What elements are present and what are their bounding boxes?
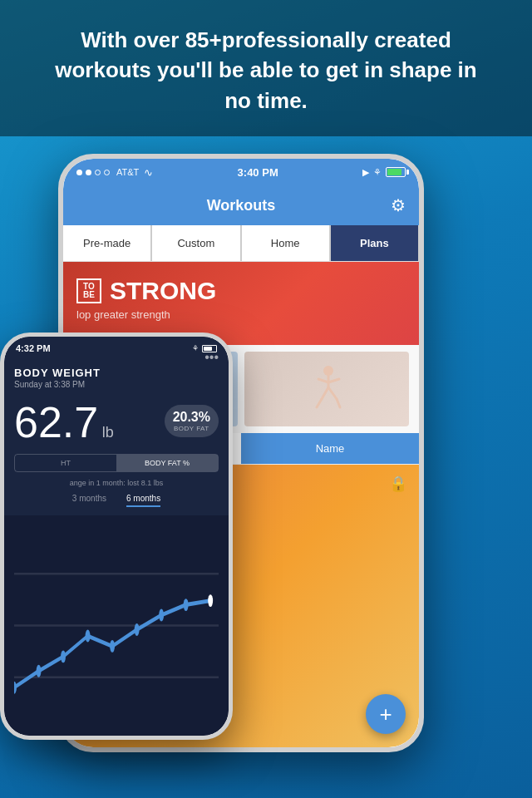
svg-point-24 (159, 609, 164, 622)
status-bar: AT&T ∿ 3:40 PM ▶ ⚘ (63, 159, 419, 185)
svg-line-11 (322, 387, 328, 399)
battery-fill (387, 169, 401, 175)
fat-label: BODY FAT (173, 425, 210, 432)
status-bar-right: ▶ ⚘ (362, 167, 406, 178)
more-options-icon[interactable]: ••• (204, 350, 219, 365)
svg-point-7 (323, 366, 333, 376)
weight-section: 62.7 lb 20.3% BODY FAT (4, 397, 229, 454)
svg-point-25 (184, 598, 189, 611)
small-phone: 4:32 PM ⚘ BODY WEIGHT ••• Sunday at 3:38… (0, 332, 233, 740)
svg-line-13 (317, 399, 322, 407)
gear-icon[interactable]: ⚙ (391, 195, 406, 215)
signal-dot-2 (86, 170, 91, 175)
add-workout-button[interactable]: + (366, 694, 406, 734)
svg-point-26 (208, 594, 213, 607)
lock-icon: 🔒 (389, 475, 407, 493)
sort-name[interactable]: Name (241, 433, 419, 464)
exercise-figure-2 (293, 360, 360, 418)
wifi-icon: ∿ (144, 166, 153, 179)
small-header-date: Sunday at 3:38 PM (14, 380, 219, 389)
signal-dot-1 (76, 170, 82, 175)
status-time: 3:40 PM (238, 166, 278, 179)
small-header-title: BODY WEIGHT (14, 367, 101, 379)
svg-line-9 (318, 379, 328, 382)
workout-image-2[interactable] (244, 352, 409, 426)
carrier-label: AT&T (116, 167, 139, 177)
svg-point-20 (61, 650, 66, 663)
small-bluetooth-icon: ⚘ (192, 344, 199, 352)
svg-point-22 (110, 640, 115, 653)
nav-title: Workouts (207, 197, 276, 214)
tab-home[interactable]: Home (241, 225, 330, 261)
chart-svg (14, 522, 219, 729)
banner-text: With over 85+professionally created work… (42, 25, 490, 116)
workout-main-title: STRONG (110, 277, 216, 305)
time-tabs: 3 months 6 months (4, 494, 229, 507)
workout-subtitle: lop greater strength (76, 308, 406, 321)
svg-point-21 (86, 629, 91, 642)
tab-plans[interactable]: Plans (330, 225, 419, 261)
body-weight-chart (4, 515, 229, 736)
fat-percentage: 20.3% (173, 410, 210, 425)
status-bar-left: AT&T ∿ (76, 166, 153, 179)
time-tab-3months[interactable]: 3 months (72, 494, 106, 507)
toggle-ht[interactable]: HT (15, 455, 116, 471)
svg-line-14 (337, 399, 340, 407)
signal-dot-4 (104, 170, 110, 175)
change-text: ange in 1 month: lost 8.1 lbs (4, 479, 229, 487)
tab-bar: Pre-made Custom Home Plans (63, 225, 419, 262)
workout-badge: TO BE (76, 278, 101, 303)
time-tab-6months[interactable]: 6 months (126, 494, 160, 507)
tab-custom[interactable]: Custom (151, 225, 240, 261)
body-fat-badge: 20.3% BODY FAT (165, 405, 219, 437)
weight-unit: lb (102, 424, 114, 441)
weight-value-container: 62.7 lb (14, 401, 114, 444)
nav-bar: Workouts ⚙ (63, 185, 419, 225)
measurement-toggle: HT BODY FAT % (14, 454, 219, 472)
tab-premade[interactable]: Pre-made (63, 225, 151, 261)
battery-indicator (386, 167, 406, 177)
small-status-bar: 4:32 PM ⚘ (4, 337, 229, 360)
svg-point-19 (37, 665, 42, 677)
weight-value: 62.7 (14, 398, 98, 446)
bluetooth-icon: ⚘ (373, 167, 382, 178)
toggle-body-fat[interactable]: BODY FAT % (116, 455, 218, 471)
svg-line-10 (328, 379, 339, 382)
location-icon: ▶ (362, 167, 369, 178)
svg-line-12 (328, 387, 337, 399)
top-banner: With over 85+professionally created work… (0, 0, 532, 136)
workout-title-row: TO BE STRONG (76, 277, 406, 305)
svg-point-23 (135, 623, 140, 636)
svg-point-18 (14, 682, 17, 694)
small-time: 4:32 PM (16, 343, 51, 353)
battery-tip (406, 170, 409, 175)
signal-dot-3 (95, 170, 101, 175)
small-header: BODY WEIGHT ••• Sunday at 3:38 PM (4, 360, 229, 397)
